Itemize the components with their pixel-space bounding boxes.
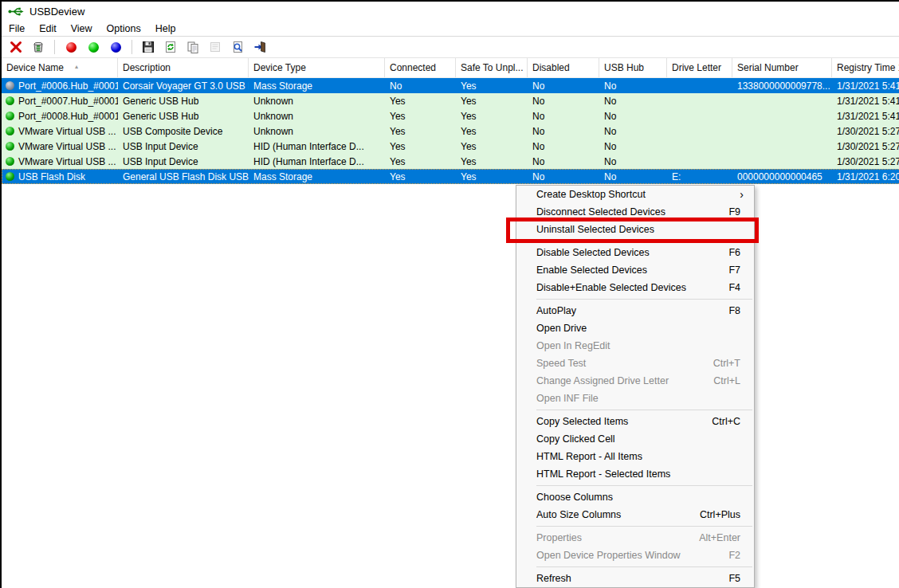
cell-device-name: Port_#0008.Hub_#0001 <box>2 111 118 122</box>
red-ball-icon[interactable] <box>63 39 79 55</box>
column-header-usb-hub[interactable]: USB Hub <box>599 58 667 77</box>
menu-item-autoplay[interactable]: AutoPlayF8 <box>516 302 754 319</box>
cell-device-name: USB Flash Disk <box>2 171 118 182</box>
cell-safe-to-unpl-: Yes <box>456 126 528 137</box>
save-icon[interactable] <box>140 39 156 55</box>
menu-item-auto-size-columns[interactable]: Auto Size ColumnsCtrl+Plus <box>516 506 754 523</box>
table-row[interactable]: VMware Virtual USB ...USB Input DeviceHI… <box>2 139 899 154</box>
gray-ball <box>6 81 14 90</box>
cell-text: Yes <box>461 126 477 137</box>
menu-view[interactable]: View <box>64 21 100 36</box>
green-ball-icon[interactable] <box>85 39 101 55</box>
table-row[interactable]: VMware Virtual USB ...USB Composite Devi… <box>2 123 899 139</box>
cell-text: Unknown <box>253 111 293 122</box>
cell-serial-number: 1338000000009778... <box>732 80 832 92</box>
sort-indicator-icon: ▴ <box>75 63 78 70</box>
cell-device-type: HID (Human Interface D... <box>249 156 385 167</box>
column-header-device-type[interactable]: Device Type <box>249 58 385 77</box>
table-row[interactable]: VMware Virtual USB ...USB Input DeviceHI… <box>2 154 899 169</box>
menu-item-shortcut: Ctrl+T <box>713 355 740 372</box>
menu-item-label: HTML Report - All Items <box>536 449 642 465</box>
menu-item-label: Disable Selected Devices <box>536 245 650 261</box>
cell-description: USB Input Device <box>118 141 249 152</box>
green-ball <box>6 142 14 151</box>
menu-item-shortcut: Ctrl+C <box>712 414 740 430</box>
cell-description: USB Composite Device <box>118 126 249 137</box>
cell-device-name: Port_#0007.Hub_#0001 <box>2 96 118 107</box>
column-header-label: Safe To Unpl... <box>461 62 524 73</box>
menu-item-enable-selected-devices[interactable]: Enable Selected DevicesF7 <box>516 261 754 279</box>
menu-item-open-in-regedit: Open In RegEdit <box>516 337 754 355</box>
cell-drive-letter: E: <box>667 171 732 182</box>
table-row[interactable]: Port_#0006.Hub_#0001Corsair Voyager GT 3… <box>2 78 899 93</box>
usb-logo-icon <box>8 6 24 17</box>
menu-item-label: HTML Report - Selected Items <box>536 466 670 483</box>
cell-usb-hub: No <box>599 126 667 137</box>
menu-edit[interactable]: Edit <box>32 21 64 36</box>
menu-item-shortcut: F8 <box>728 303 740 319</box>
menu-item-refresh[interactable]: RefreshF5 <box>516 570 754 587</box>
menu-help[interactable]: Help <box>148 21 183 36</box>
cell-text: Generic USB Hub <box>123 111 198 122</box>
cell-text: Unknown <box>253 126 293 137</box>
column-header-description[interactable]: Description <box>118 58 249 77</box>
menu-item-html-report-selected-items[interactable]: HTML Report - Selected Items <box>516 465 754 483</box>
cell-registry-time-1: 1/30/2021 5:27: <box>832 126 899 137</box>
menu-item-choose-columns[interactable]: Choose Columns <box>516 488 754 506</box>
menu-separator <box>536 526 752 527</box>
title-bar: USBDeview <box>2 2 899 21</box>
blue-ball-icon[interactable] <box>108 39 124 55</box>
menu-item-create-desktop-shortcut[interactable]: Create Desktop Shortcut› <box>516 186 754 203</box>
menu-item-disconnect-selected-devices[interactable]: Disconnect Selected DevicesF9 <box>516 203 754 221</box>
cell-device-name: Port_#0006.Hub_#0001 <box>2 80 118 92</box>
cell-connected: Yes <box>385 171 456 182</box>
usbdeview-window: USBDeview File Edit View Options Help <box>0 0 899 588</box>
cell-text: USB Input Device <box>123 156 198 167</box>
menu-item-label: Auto Size Columns <box>536 507 621 523</box>
cell-registry-time-1: 1/30/2021 5:27: <box>832 141 899 152</box>
column-header-safe-to-unpl-[interactable]: Safe To Unpl... <box>456 58 528 77</box>
menu-item-label: Choose Columns <box>536 489 613 506</box>
cell-device-name: VMware Virtual USB ... <box>2 156 118 167</box>
column-header-connected[interactable]: Connected <box>385 58 456 77</box>
find-icon[interactable] <box>230 39 245 55</box>
cell-description: Generic USB Hub <box>118 96 249 107</box>
recycle-bin-icon[interactable] <box>30 39 46 55</box>
menu-separator <box>536 485 752 486</box>
cell-text: 1/31/2021 5:41: <box>837 96 899 107</box>
table-row[interactable]: Port_#0008.Hub_#0001Generic USB HubUnkno… <box>2 108 899 123</box>
menu-item-disable-enable-selected-devices[interactable]: Disable+Enable Selected DevicesF4 <box>516 279 754 296</box>
cell-safe-to-unpl-: Yes <box>456 96 528 107</box>
cell-safe-to-unpl-: Yes <box>456 156 528 167</box>
menu-item-disable-selected-devices[interactable]: Disable Selected DevicesF6 <box>516 244 754 261</box>
cell-registry-time-1: 1/30/2021 5:27: <box>832 156 899 167</box>
cell-usb-hub: No <box>599 111 667 122</box>
menu-item-copy-selected-items[interactable]: Copy Selected ItemsCtrl+C <box>516 413 754 430</box>
cell-text: HID (Human Interface D... <box>253 141 364 152</box>
cell-usb-hub: No <box>599 96 667 107</box>
column-header-serial-number[interactable]: Serial Number <box>732 58 832 77</box>
menu-item-html-report-all-items[interactable]: HTML Report - All Items <box>516 448 754 465</box>
menu-item-copy-clicked-cell[interactable]: Copy Clicked Cell <box>516 430 754 448</box>
cell-text: VMware Virtual USB ... <box>18 126 116 137</box>
exit-icon[interactable] <box>252 39 268 55</box>
menu-item-uninstall-selected-devices[interactable]: Uninstall Selected Devices <box>516 221 754 238</box>
copy-icon[interactable] <box>185 39 201 55</box>
menu-item-open-drive[interactable]: Open Drive <box>516 319 754 337</box>
list-rows: Port_#0006.Hub_#0001Corsair Voyager GT 3… <box>2 78 899 184</box>
column-header-registry-time-1[interactable]: Registry Time 1 <box>832 58 899 77</box>
menu-options[interactable]: Options <box>100 21 148 36</box>
column-header-disabled[interactable]: Disabled <box>528 58 599 77</box>
cell-text: Mass Storage <box>253 80 312 92</box>
cell-connected: Yes <box>385 141 456 152</box>
table-row[interactable]: USB Flash DiskGeneral USB Flash Disk USB… <box>2 169 899 184</box>
menu-file[interactable]: File <box>2 21 32 36</box>
refresh-icon[interactable] <box>163 39 179 55</box>
uninstall-x-icon[interactable] <box>8 39 24 55</box>
list-header: Device Name▴DescriptionDevice TypeConnec… <box>2 58 899 78</box>
menu-item-label: Change Assigned Drive Letter <box>536 373 669 390</box>
column-header-device-name[interactable]: Device Name▴ <box>2 58 118 77</box>
table-row[interactable]: Port_#0007.Hub_#0001Generic USB HubUnkno… <box>2 93 899 108</box>
context-menu: Create Desktop Shortcut›Disconnect Selec… <box>516 185 755 588</box>
column-header-drive-letter[interactable]: Drive Letter <box>667 58 732 77</box>
